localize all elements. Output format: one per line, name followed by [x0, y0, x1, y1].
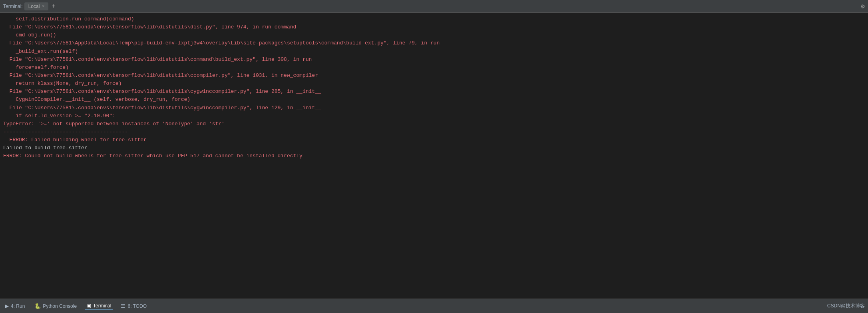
local-tab-label: Local: [28, 4, 40, 9]
top-bar-left: Terminal: Local × +: [3, 2, 57, 10]
bottom-bar-tabs: ▶4: Run🐍Python Console▣Terminal☰6: TODO: [3, 302, 148, 310]
terminal-line: CygwinCCompiler.__init__ (self, verbose,…: [3, 96, 865, 104]
terminal-line: _build_ext.run(self): [3, 48, 865, 56]
terminal-line: File "C:\Users\77581\.conda\envs\tensorf…: [3, 56, 865, 64]
run-label: 4: Run: [11, 303, 25, 309]
run-icon: ▶: [5, 303, 9, 309]
todo-label: 6: TODO: [127, 303, 147, 309]
bottom-bar-right-label: CSDN@技术博客: [827, 303, 865, 309]
terminal-line: File "C:\Users\77581\.conda\envs\tensorf…: [3, 88, 865, 96]
terminal-label: Terminal: [93, 303, 111, 309]
terminal-line: ----------------------------------------: [3, 128, 865, 136]
terminal-line: File "C:\Users\77581\.conda\envs\tensorf…: [3, 104, 865, 112]
close-tab-button[interactable]: ×: [42, 4, 44, 8]
terminal-line: cmd_obj.run(): [3, 31, 865, 39]
bottom-bar: ▶4: Run🐍Python Console▣Terminal☰6: TODO …: [0, 299, 868, 313]
bottom-tab-python-console[interactable]: 🐍Python Console: [33, 302, 78, 310]
terminal-label: Terminal:: [3, 4, 23, 9]
bottom-tab-terminal[interactable]: ▣Terminal: [85, 302, 113, 310]
todo-icon: ☰: [121, 303, 125, 309]
terminal-line: self.distribution.run_command(command): [3, 15, 865, 23]
terminal-line: File "C:\Users\77581\.conda\envs\tensorf…: [3, 72, 865, 80]
bottom-tab-todo[interactable]: ☰6: TODO: [119, 302, 148, 310]
terminal-line: ERROR: Could not build wheels for tree-s…: [3, 152, 865, 160]
terminal-output: self.distribution.run_command(command) F…: [0, 13, 868, 299]
terminal-icon: ▣: [86, 303, 91, 309]
python-console-icon: 🐍: [34, 303, 41, 309]
terminal-line: if self.ld_version >= "2.10.90":: [3, 112, 865, 120]
top-bar: Terminal: Local × + ⚙: [0, 0, 868, 13]
terminal-line: TypeError: '>=' not supported between in…: [3, 120, 865, 128]
terminal-line: Failed to build tree-sitter: [3, 144, 865, 152]
settings-icon[interactable]: ⚙: [861, 2, 865, 10]
local-tab[interactable]: Local ×: [24, 2, 49, 10]
python-console-label: Python Console: [43, 303, 77, 309]
terminal-line: File "C:\Users\77581\.conda\envs\tensorf…: [3, 23, 865, 31]
add-tab-button[interactable]: +: [50, 3, 57, 10]
terminal-line: File "C:\Users\77581\AppData\Local\Temp\…: [3, 39, 865, 47]
terminal-line: force=self.force): [3, 64, 865, 72]
bottom-tab-run[interactable]: ▶4: Run: [3, 302, 26, 310]
terminal-line: ERROR: Failed building wheel for tree-si…: [3, 136, 865, 144]
terminal-line: return klass(None, dry_run, force): [3, 80, 865, 88]
